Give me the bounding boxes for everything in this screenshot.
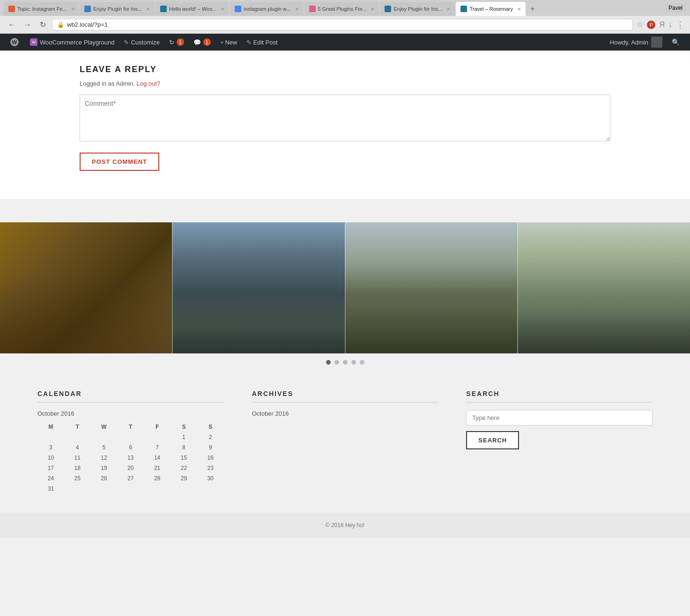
search-bar-item[interactable]: 🔍 xyxy=(667,34,684,51)
cal-cell: 27 xyxy=(117,473,144,484)
tab-favicon-7 xyxy=(460,6,467,12)
customize-item[interactable]: ✎ Customize xyxy=(119,34,164,51)
download-icon[interactable]: ↓ xyxy=(668,21,672,29)
post-comment-button[interactable]: POST COMMENT xyxy=(80,153,159,171)
cal-cell: 9 xyxy=(197,442,224,453)
extension-icon-1[interactable]: P xyxy=(647,21,655,29)
new-item[interactable]: + New xyxy=(215,34,242,51)
tab-favicon-3 xyxy=(160,6,167,12)
cal-header-t2: T xyxy=(117,422,144,432)
cal-cell xyxy=(91,484,118,494)
wp-logo-item[interactable]: W xyxy=(6,34,25,51)
cal-cell xyxy=(171,484,197,494)
slider-dot-2[interactable] xyxy=(334,360,339,365)
cal-cell: 8 xyxy=(171,442,197,453)
cal-cell: 16 xyxy=(197,453,224,463)
cal-header-w: W xyxy=(91,422,118,432)
search-input[interactable] xyxy=(466,410,653,425)
gray-separator xyxy=(0,199,690,222)
edit-post-label: Edit Post xyxy=(253,39,277,46)
cal-cell: 10 xyxy=(37,453,64,463)
forward-button[interactable]: → xyxy=(22,20,34,30)
slider-dot-1[interactable] xyxy=(326,360,331,365)
gallery-overlay-1 xyxy=(0,275,172,353)
logout-link[interactable]: Log out? xyxy=(136,80,160,87)
browser-chrome: Topic: Instagram Fe... ✕ Enjoy Plugin fo… xyxy=(0,0,690,34)
edit-icon: ✎ xyxy=(246,39,252,46)
comments-item[interactable]: 💬 1 xyxy=(189,34,215,51)
reply-title: LEAVE A REPLY xyxy=(80,65,610,74)
cal-cell: 14 xyxy=(144,453,171,463)
address-bar-row: ← → ↻ 🔒 wb2.local/?p=1 ☆ P Я ↓ ⋮ xyxy=(0,16,690,33)
tab-3[interactable]: Hello world! – Woo... ✕ xyxy=(156,2,229,16)
calendar-body: 1 2 3 4 5 6 7 8 9 10 xyxy=(37,432,224,494)
browser-user-area: Pavel xyxy=(665,2,686,16)
browser-user: Pavel xyxy=(665,3,686,13)
extension-icon-2[interactable]: Я xyxy=(659,21,665,29)
cal-cell: 7 xyxy=(144,442,171,453)
search-bar-icon[interactable]: 🔍 xyxy=(672,38,680,46)
back-button[interactable]: ← xyxy=(6,20,18,30)
menu-icon[interactable]: ⋮ xyxy=(676,20,684,30)
search-button[interactable]: SEARCH xyxy=(466,431,519,449)
tab-close-1[interactable]: ✕ xyxy=(71,7,75,12)
address-bar[interactable]: 🔒 wb2.local/?p=1 xyxy=(52,19,633,30)
cal-cell xyxy=(64,484,91,494)
cal-cell: 21 xyxy=(144,463,171,473)
calendar-title: CALENDAR xyxy=(37,390,224,403)
cal-header-f: F xyxy=(144,422,171,432)
logged-in-text: Logged in as Admin. Log out? xyxy=(80,80,610,87)
reload-button[interactable]: ↻ xyxy=(37,19,48,30)
tab-1[interactable]: Topic: Instagram Fe... ✕ xyxy=(4,2,79,16)
cal-cell: 19 xyxy=(91,463,118,473)
tab-favicon-5 xyxy=(309,6,316,12)
comments-icon: 💬 xyxy=(193,39,201,46)
cal-row-1: 1 2 xyxy=(37,432,224,442)
cal-cell: 22 xyxy=(171,463,197,473)
tab-favicon-4 xyxy=(235,6,241,12)
tab-close-2[interactable]: ✕ xyxy=(146,7,150,12)
cal-cell: 15 xyxy=(171,453,197,463)
howdy-label: Howdy, Admin xyxy=(610,39,648,46)
copyright-text: © 2016 Hey ho! xyxy=(326,522,365,528)
site-name-item[interactable]: W WooCommerce Playground xyxy=(25,34,119,51)
cal-cell: 18 xyxy=(64,463,91,473)
cal-cell: 26 xyxy=(91,473,118,484)
slider-dot-3[interactable] xyxy=(343,360,348,365)
slider-dot-4[interactable] xyxy=(351,360,356,365)
new-icon: + xyxy=(220,39,224,46)
admin-bar-right: Howdy, Admin 🔍 xyxy=(605,34,684,51)
cal-row-6: 31 xyxy=(37,484,224,494)
reply-section: LEAVE A REPLY Logged in as Admin. Log ou… xyxy=(0,51,690,199)
tab-close-5[interactable]: ✕ xyxy=(371,7,374,12)
updates-count: 1 xyxy=(177,38,184,46)
tab-label-7: Travel – Rosemary xyxy=(469,6,513,12)
tab-close-7[interactable]: ✕ xyxy=(517,7,521,12)
cal-cell xyxy=(64,432,91,442)
tab-close-3[interactable]: ✕ xyxy=(221,7,224,12)
tab-label-6: Enjoy Plugin for Ins... xyxy=(393,6,442,12)
howdy-item[interactable]: Howdy, Admin xyxy=(605,34,667,51)
tab-4[interactable]: instagram plugin w... ✕ xyxy=(230,2,303,16)
slider-dot-5[interactable] xyxy=(360,360,364,365)
gallery-image-4 xyxy=(517,222,690,353)
archives-link-oct2016[interactable]: October 2016 xyxy=(252,410,289,417)
calendar-table: M T W T F S S xyxy=(37,422,224,494)
tab-close-4[interactable]: ✕ xyxy=(295,7,299,12)
tab-label-5: 5 Great Plugins For... xyxy=(318,6,367,12)
main-wrapper: LEAVE A REPLY Logged in as Admin. Log ou… xyxy=(0,51,690,538)
tab-5[interactable]: 5 Great Plugins For... ✕ xyxy=(304,2,379,16)
site-name-label: WooCommerce Playground xyxy=(40,39,114,46)
tab-6[interactable]: Enjoy Plugin for Ins... ✕ xyxy=(380,2,455,16)
tab-2[interactable]: Enjoy Plugin for Ins... ✕ xyxy=(80,2,155,16)
bookmark-icon[interactable]: ☆ xyxy=(637,20,643,29)
new-tab-button[interactable]: + xyxy=(527,2,538,16)
tab-close-6[interactable]: ✕ xyxy=(446,7,450,12)
updates-item[interactable]: ↻ 1 xyxy=(164,34,189,51)
tab-7[interactable]: Travel – Rosemary ✕ xyxy=(456,2,526,16)
comments-count: 1 xyxy=(203,38,211,46)
edit-post-item[interactable]: ✎ Edit Post xyxy=(242,34,282,51)
address-text: wb2.local/?p=1 xyxy=(67,21,108,28)
browser-tabs: Topic: Instagram Fe... ✕ Enjoy Plugin fo… xyxy=(0,0,690,16)
comment-textarea[interactable] xyxy=(80,95,610,141)
